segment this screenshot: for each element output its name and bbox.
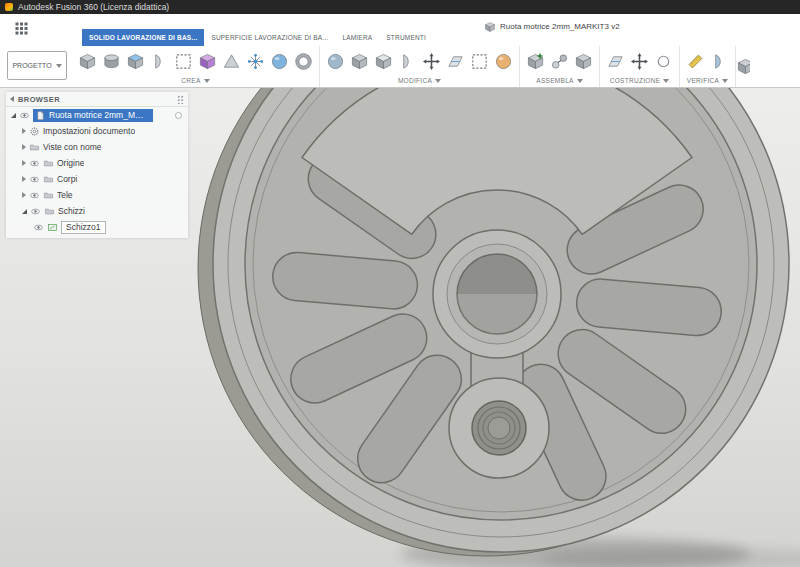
box-icon[interactable] xyxy=(76,50,99,73)
construction-plane-icon[interactable] xyxy=(604,50,627,73)
collapse-panel-icon[interactable] xyxy=(10,96,14,102)
visibility-eye-icon[interactable] xyxy=(29,158,40,169)
project-dropdown-button[interactable]: PROGETTO xyxy=(7,51,67,80)
group-label-crea: CREA xyxy=(181,77,200,84)
group-dropdown-crea[interactable]: CREA xyxy=(72,74,319,87)
new-component-icon[interactable] xyxy=(524,50,547,73)
document-tab[interactable]: Ruota motrice 2mm_MARKIT3 v2 xyxy=(478,18,626,35)
item-label: Tele xyxy=(57,190,73,200)
item-label: Schizzi xyxy=(58,206,85,216)
group-costruzione: COSTRUZIONE xyxy=(600,46,680,87)
drag-handle-icon[interactable] xyxy=(177,95,184,104)
document-cube-icon xyxy=(484,21,496,33)
measure-icon[interactable] xyxy=(684,50,707,73)
visibility-eye-icon[interactable] xyxy=(29,190,40,201)
browser-row-corpi[interactable]: Corpi xyxy=(6,171,188,187)
press-pull-icon[interactable] xyxy=(324,50,347,73)
group-label-verifica: VERIFICA xyxy=(687,77,719,84)
align-icon[interactable] xyxy=(444,50,467,73)
folder-icon xyxy=(43,190,54,201)
tab-strumenti[interactable]: STRUMENTI xyxy=(379,29,433,46)
browser-row-viste[interactable]: Viste con nome xyxy=(6,139,188,155)
construction-point-icon[interactable] xyxy=(652,50,675,73)
group-dropdown-verifica[interactable]: VERIFICA xyxy=(680,74,735,87)
visibility-eye-icon[interactable] xyxy=(19,110,30,121)
data-panel-toggle[interactable] xyxy=(12,19,30,37)
chevron-down-icon xyxy=(56,64,62,68)
fillet-icon[interactable] xyxy=(348,50,371,73)
combine-icon[interactable] xyxy=(396,50,419,73)
revolve-icon[interactable] xyxy=(148,50,171,73)
expand-arrow-icon[interactable] xyxy=(22,128,26,134)
component-activation-radio[interactable] xyxy=(173,110,184,121)
tab-lamiera[interactable]: LAMIERA xyxy=(335,29,379,46)
group-dropdown-costruzione[interactable]: COSTRUZIONE xyxy=(600,74,679,87)
loft-icon[interactable] xyxy=(220,50,243,73)
browser-row-root[interactable]: Ruota motrice 2mm_MARKIT3 v2 xyxy=(6,107,188,123)
thread-core xyxy=(488,417,510,439)
root-label: Ruota motrice 2mm_MARKIT3 v2 xyxy=(49,110,149,120)
folder-icon xyxy=(29,142,40,153)
create-form-icon[interactable] xyxy=(196,50,219,73)
group-verifica: VERIFICA xyxy=(680,46,736,87)
tab-superficie[interactable]: SUPERFICIE LAVORAZIONE DI BA... xyxy=(204,29,335,46)
group-crea: CREA xyxy=(72,46,320,87)
group-label-costruzione: COSTRUZIONE xyxy=(610,77,661,84)
document-tab-label: Ruota motrice 2mm_MARKIT3 v2 xyxy=(500,22,620,31)
ribbon-tabs: SOLIDO LAVORAZIONE DI BAS... SUPERFICIE … xyxy=(82,29,433,46)
group-label-modifica: MODIFICA xyxy=(398,77,432,84)
group-dropdown-modifica[interactable]: MODIFICA xyxy=(320,74,519,87)
browser-title: BROWSER xyxy=(18,95,173,104)
expand-arrow-icon[interactable] xyxy=(22,192,26,198)
visibility-eye-icon[interactable] xyxy=(30,206,41,217)
browser-row-tele[interactable]: Tele xyxy=(6,187,188,203)
sphere-icon[interactable] xyxy=(268,50,291,73)
cylinder-icon[interactable] xyxy=(100,50,123,73)
selection-frame-icon[interactable] xyxy=(172,50,195,73)
item-label: Corpi xyxy=(57,174,77,184)
wheel-model[interactable] xyxy=(198,88,789,556)
document-icon xyxy=(35,110,46,121)
item-label: Impostazioni documento xyxy=(43,126,135,136)
app-bar: SOLIDO LAVORAZIONE DI BAS... SUPERFICIE … xyxy=(0,14,800,46)
pipe-icon[interactable] xyxy=(292,50,315,73)
chevron-down-icon xyxy=(577,79,583,83)
rigid-group-icon[interactable] xyxy=(572,50,595,73)
item-label: Viste con nome xyxy=(43,142,101,152)
browser-row-schizzo1[interactable]: Schizzo1 xyxy=(6,219,188,235)
collapse-arrow-icon[interactable] xyxy=(22,209,27,214)
folder-icon xyxy=(44,206,55,217)
toolbar: PROGETTO CREA xyxy=(0,46,800,88)
expand-arrow-icon[interactable] xyxy=(22,144,26,150)
construction-axis-icon[interactable] xyxy=(628,50,651,73)
section-analysis-icon[interactable] xyxy=(708,50,731,73)
tab-solido[interactable]: SOLIDO LAVORAZIONE DI BAS... xyxy=(82,29,204,46)
group-dropdown-assembla[interactable]: ASSEMBLA xyxy=(520,74,599,87)
circular-pattern-icon[interactable] xyxy=(244,50,267,73)
browser-row-impostazioni[interactable]: Impostazioni documento xyxy=(6,123,188,139)
clipped-icon[interactable] xyxy=(736,55,750,78)
collapse-arrow-icon[interactable] xyxy=(11,113,16,118)
visibility-eye-icon[interactable] xyxy=(29,174,40,185)
browser-header[interactable]: BROWSER xyxy=(6,92,188,107)
joint-icon[interactable] xyxy=(548,50,571,73)
extrude-icon[interactable] xyxy=(124,50,147,73)
expand-arrow-icon[interactable] xyxy=(22,160,26,166)
split-body-icon[interactable] xyxy=(468,50,491,73)
chevron-down-icon xyxy=(435,79,441,83)
chevron-down-icon xyxy=(204,79,210,83)
expand-arrow-icon[interactable] xyxy=(22,176,26,182)
browser-row-origine[interactable]: Origine xyxy=(6,155,188,171)
group-modifica: MODIFICA xyxy=(320,46,520,87)
group-assembla: ASSEMBLA xyxy=(520,46,600,87)
title-bar: Autodesk Fusion 360 (Licenza didattica) xyxy=(0,0,800,14)
group-label-assembla: ASSEMBLA xyxy=(536,77,573,84)
move-icon[interactable] xyxy=(420,50,443,73)
visibility-eye-icon[interactable] xyxy=(33,222,44,233)
root-selection[interactable]: Ruota motrice 2mm_MARKIT3 v2 xyxy=(33,109,153,122)
shell-icon[interactable] xyxy=(372,50,395,73)
gear-icon xyxy=(29,126,40,137)
item-label: Schizzo1 xyxy=(61,221,106,234)
browser-row-schizzi[interactable]: Schizzi xyxy=(6,203,188,219)
physical-material-icon[interactable] xyxy=(492,50,515,73)
